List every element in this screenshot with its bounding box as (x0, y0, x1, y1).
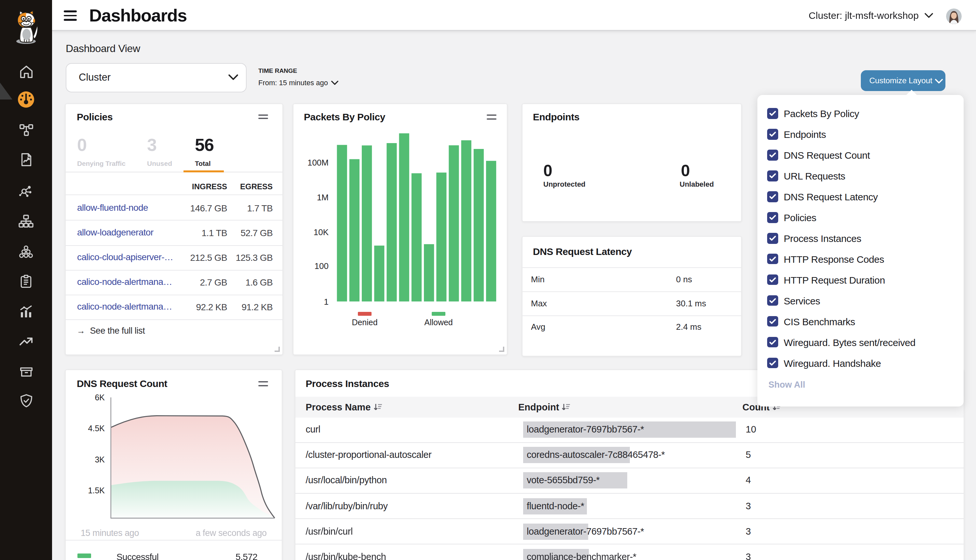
svg-text:3K: 3K (95, 455, 105, 464)
svg-text:Denied: Denied (352, 318, 377, 327)
svg-text:6K: 6K (95, 393, 105, 402)
svg-text:1.5K: 1.5K (88, 486, 105, 495)
svg-text:1M: 1M (317, 193, 329, 202)
svg-text:100: 100 (315, 261, 329, 271)
svg-text:1: 1 (324, 297, 329, 307)
svg-text:10K: 10K (314, 227, 329, 237)
svg-text:100M: 100M (307, 158, 329, 167)
svg-text:Allowed: Allowed (424, 318, 453, 327)
svg-text:4.5K: 4.5K (88, 424, 105, 433)
